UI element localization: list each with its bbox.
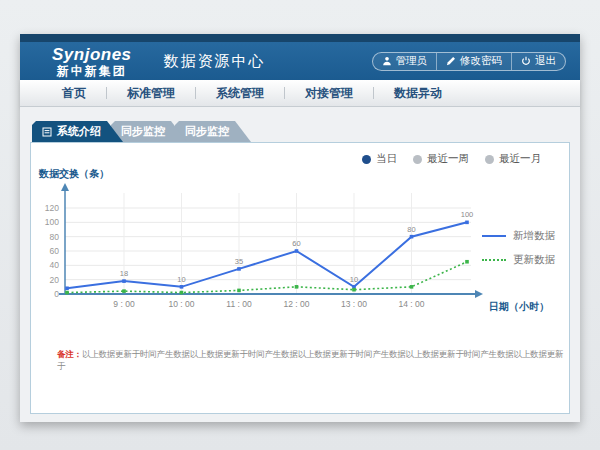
user-menu: 管理员 修改密码 退出 [372,52,567,71]
legend-line-solid-icon [482,235,506,237]
svg-text:100: 100 [461,210,474,219]
tab-label: 系统介绍 [57,124,101,139]
edit-icon [446,56,456,66]
window-top-strip [20,34,580,42]
nav-item-interface-mgmt[interactable]: 对接管理 [285,85,373,102]
nav-item-data-change[interactable]: 数据异动 [374,85,462,102]
footnote-text: 以上数据更新于时间产生数据以上数据更新于时间产生数据以上数据更新于时间产生数据以… [57,349,563,371]
nav-item-system-mgmt[interactable]: 系统管理 [196,85,284,102]
tab-bar: 系统介绍 同步监控 同步监控 [32,121,570,142]
footnote: 备注：以上数据更新于时间产生数据以上数据更新于时间产生数据以上数据更新于时间产生… [57,349,569,373]
app-window: Synjones 新中新集团 数据资源中心 管理员 修改密码 [20,34,580,422]
logout-button[interactable]: 退出 [511,53,565,70]
svg-text:40: 40 [50,260,60,270]
svg-text:0: 0 [54,289,59,299]
document-icon [42,127,52,137]
svg-text:35: 35 [235,257,243,266]
svg-text:10: 10 [350,275,358,284]
tab-sync-monitor-2[interactable]: 同步监控 [175,121,251,142]
tab-sync-monitor-1[interactable]: 同步监控 [111,121,187,142]
svg-text:数据交换（条）: 数据交换（条） [38,168,109,179]
svg-text:80: 80 [407,225,415,234]
logo-text-en: Synjones [52,46,132,63]
legend-item-update-data: 更新数据 [482,253,555,267]
content-panel: 当日 最近一周 最近一月 0204060801001209 : 0010 : 0… [30,142,570,414]
legend-line-dotted-icon [482,259,506,261]
chart-legend: 新增数据 更新数据 [482,229,555,267]
svg-text:18: 18 [120,269,128,278]
tab-system-intro[interactable]: 系统介绍 [32,121,123,142]
svg-text:11 : 00: 11 : 00 [226,299,252,309]
nav-item-standard-mgmt[interactable]: 标准管理 [107,85,195,102]
company-logo: Synjones 新中新集团 [52,46,132,77]
legend-item-new-data: 新增数据 [482,229,555,243]
nav-item-home[interactable]: 首页 [42,85,106,102]
svg-text:日期（小时）: 日期（小时） [489,301,549,312]
change-password-button[interactable]: 修改密码 [436,53,511,70]
svg-text:14 : 00: 14 : 00 [399,299,425,309]
logout-label: 退出 [535,54,556,68]
user-button[interactable]: 管理员 [373,53,437,70]
svg-text:13 : 00: 13 : 00 [341,299,367,309]
svg-text:60: 60 [292,239,300,248]
user-label: 管理员 [396,54,428,68]
svg-text:10: 10 [177,275,185,284]
svg-text:120: 120 [45,203,59,213]
main-nav: 首页 标准管理 系统管理 对接管理 数据异动 [20,80,580,107]
svg-text:12 : 00: 12 : 00 [284,299,310,309]
tab-label: 同步监控 [185,124,229,139]
svg-text:60: 60 [50,246,60,256]
content-area: 系统介绍 同步监控 同步监控 当日 最近一周 [20,107,580,422]
svg-text:80: 80 [50,232,60,242]
svg-text:100: 100 [45,217,59,227]
svg-text:9 : 00: 9 : 00 [113,299,135,309]
tab-label: 同步监控 [121,124,165,139]
logo-text-cn: 新中新集团 [52,65,132,77]
legend-label: 新增数据 [513,229,555,243]
desktop-background: Synjones 新中新集团 数据资源中心 管理员 修改密码 [0,0,600,450]
page-title: 数据资源中心 [150,52,266,71]
legend-label: 更新数据 [513,253,555,267]
power-icon [521,56,531,66]
change-password-label: 修改密码 [460,54,502,68]
user-icon [382,56,392,66]
svg-text:20: 20 [50,275,60,285]
footnote-label: 备注： [57,349,82,359]
svg-text:10 : 00: 10 : 00 [169,299,195,309]
app-header: Synjones 新中新集团 数据资源中心 管理员 修改密码 [20,42,580,80]
